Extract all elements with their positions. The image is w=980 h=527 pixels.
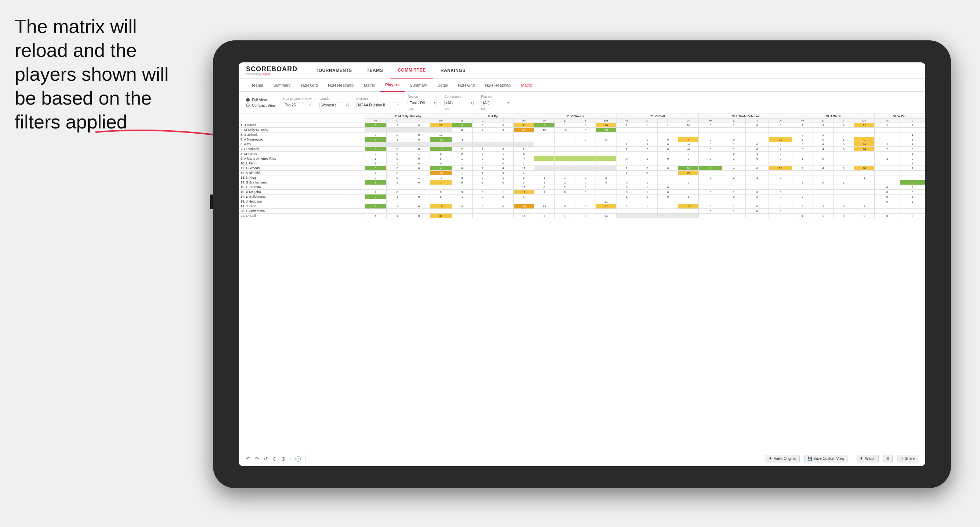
- cell-8-23: [854, 152, 875, 156]
- cell-8-24: [875, 152, 900, 156]
- cell-10-14: [658, 161, 678, 166]
- cell-13-6: 1: [493, 175, 513, 180]
- undo-icon[interactable]: ↶: [246, 456, 250, 462]
- cell-10-8: [534, 161, 554, 166]
- zoom-out-icon[interactable]: ⊖: [272, 456, 277, 462]
- cell-6-10: [575, 142, 596, 147]
- sub-nav-players[interactable]: Players: [380, 79, 405, 92]
- cell-3-16: [699, 132, 722, 137]
- division-select[interactable]: NCAA Division II: [356, 102, 400, 108]
- zoom-in-icon[interactable]: ⊕: [281, 456, 286, 462]
- cell-12-18: [745, 171, 769, 175]
- view-full-option[interactable]: Full View: [246, 98, 275, 102]
- save-custom-btn[interactable]: 💾 Save Custom View: [804, 455, 848, 462]
- logo-scoreboard: SCOREBOARD: [246, 65, 298, 73]
- cell-15-6: [493, 185, 513, 190]
- cell-19-19: 4: [769, 204, 792, 209]
- cell-7-13: 2: [637, 147, 658, 152]
- sub-nav-matrix[interactable]: Matrix: [359, 79, 380, 92]
- sub-nav-summary2[interactable]: Summary: [405, 79, 432, 92]
- nav-teams[interactable]: TEAMS: [360, 62, 391, 79]
- cell-20-20: [792, 209, 813, 214]
- cell-5-3: -11: [430, 137, 452, 142]
- cell-16-8: 1: [534, 190, 554, 195]
- region-select[interactable]: East - DII: [407, 100, 437, 106]
- cell-20-4: [452, 209, 472, 214]
- cell-8-16: [699, 152, 722, 156]
- cell-16-18: 0: [745, 190, 769, 195]
- cell-21-19: [769, 214, 792, 218]
- clock-icon[interactable]: 🕐: [295, 456, 301, 462]
- cell-16-9: 0: [555, 190, 575, 195]
- max-players-select[interactable]: Top 25: [283, 102, 312, 108]
- grid-btn[interactable]: ⊞: [883, 455, 892, 462]
- cell-12-13: 0: [637, 171, 658, 175]
- cell-13-11: 3: [596, 175, 616, 180]
- cell-2-12: [616, 128, 637, 132]
- cell-13-16: 0: [699, 175, 722, 180]
- cell-14-7: 5: [513, 180, 534, 185]
- cell-19-2: 0: [408, 204, 430, 209]
- cell-6-16: 0: [699, 142, 722, 147]
- view-compact-option[interactable]: Compact View: [246, 103, 275, 108]
- cell-5-1: 1: [386, 137, 408, 142]
- cell-17-3: 6: [430, 195, 452, 199]
- sub-nav-teams[interactable]: Teams: [246, 79, 268, 92]
- col-header-2: 2. M Kelly Mulcahy: [364, 114, 452, 119]
- cell-19-11: -35: [596, 204, 616, 209]
- cell-20-22: [834, 209, 854, 214]
- watch-btn[interactable]: 👁 Watch: [857, 455, 879, 462]
- sub-nav-detail[interactable]: Detail: [432, 79, 453, 92]
- player-name-2: 2. M Kelly Mulcahy: [239, 128, 365, 132]
- cell-11-10: [575, 166, 596, 171]
- cell-8-10: [575, 152, 596, 156]
- gender-select[interactable]: Women's: [320, 102, 349, 108]
- cell-16-24: 0: [875, 190, 900, 195]
- cell-20-12: [616, 209, 637, 214]
- cell-9-3: 6: [430, 156, 452, 161]
- cell-6-6: [493, 142, 513, 147]
- cell-11-21: 4: [813, 166, 834, 171]
- cell-16-3: 0: [430, 190, 452, 195]
- nav-committee[interactable]: COMMITTEE: [390, 62, 433, 79]
- cell-10-9: [555, 161, 575, 166]
- sub-nav-h2h-heatmap2[interactable]: H2H Heatmap: [480, 79, 516, 92]
- cell-18-14: [658, 199, 678, 204]
- redo-icon[interactable]: ↷: [255, 456, 259, 462]
- subh-l7: L: [900, 119, 925, 123]
- refresh-icon[interactable]: ↺: [264, 456, 268, 462]
- cell-21-16: [699, 214, 722, 218]
- cell-3-0: 0: [364, 132, 386, 137]
- players-select[interactable]: (All): [481, 100, 511, 106]
- cell-16-4: 3: [452, 190, 472, 195]
- cell-3-9: [555, 132, 575, 137]
- conference-select[interactable]: (All): [444, 100, 474, 106]
- col-header-38: 38. A Webb: [792, 114, 875, 119]
- sub-nav-matrix2[interactable]: Matrix: [516, 79, 537, 92]
- nav-rankings[interactable]: RANKINGS: [433, 62, 473, 79]
- sub-nav-h2h-heatmap[interactable]: H2H Heatmap: [323, 79, 359, 92]
- sub-nav-summary[interactable]: Summary: [268, 79, 296, 92]
- cell-16-13: 1: [637, 190, 658, 195]
- cell-20-17: 1: [722, 209, 746, 214]
- share-btn[interactable]: ↗ Share: [897, 455, 918, 462]
- cell-21-2: 0: [408, 214, 430, 218]
- cell-3-2: 0: [408, 132, 430, 137]
- cell-1-8: 4: [534, 123, 554, 128]
- cell-18-3: [430, 199, 452, 204]
- sub-nav-h2h-grid[interactable]: H2H Grid: [296, 79, 323, 92]
- cell-17-11: [596, 195, 616, 199]
- cell-17-4: -2: [452, 195, 472, 199]
- cell-19-4: 4: [452, 204, 472, 209]
- cell-12-20: [792, 171, 813, 175]
- sub-nav-h2h-grid2[interactable]: H2H Grid: [453, 79, 480, 92]
- cell-16-20: [792, 190, 813, 195]
- radio-full-view: [246, 98, 250, 102]
- cell-10-11: [596, 161, 616, 166]
- cell-12-15: 25: [678, 171, 699, 175]
- nav-tournaments[interactable]: TOURNAMENTS: [309, 62, 360, 79]
- save-custom-label: Save Custom View: [813, 457, 844, 460]
- cell-7-2: 0: [408, 147, 430, 152]
- cell-13-22: [834, 175, 854, 180]
- view-original-btn[interactable]: 👁 View: Original: [765, 455, 800, 462]
